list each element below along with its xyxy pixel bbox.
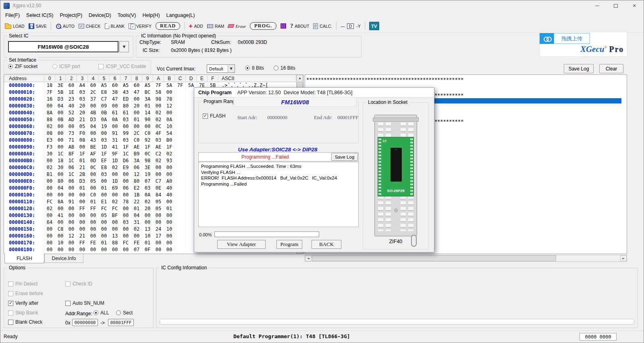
hex-byte[interactable]: 00 bbox=[164, 240, 175, 246]
skip-blank-checkbox[interactable]: Skip Blank bbox=[8, 310, 38, 316]
hex-byte[interactable]: FC bbox=[120, 240, 131, 246]
hex-byte[interactable]: 06 bbox=[131, 164, 142, 171]
hex-byte[interactable]: 19 bbox=[99, 123, 110, 130]
hex-byte[interactable]: 22 bbox=[131, 198, 142, 205]
hex-byte[interactable]: 4B bbox=[88, 110, 99, 116]
menu-help[interactable]: Help(H) bbox=[139, 12, 163, 19]
ic-dropdown-button[interactable]: ▼ bbox=[119, 41, 129, 52]
hex-byte[interactable]: 1F bbox=[99, 151, 110, 157]
hex-byte[interactable]: 1F bbox=[142, 144, 153, 151]
hex-byte[interactable]: 1D bbox=[99, 144, 110, 151]
hex-byte[interactable]: 0C bbox=[88, 164, 99, 171]
hex-byte[interactable]: 00 bbox=[44, 226, 55, 233]
icsp-port-radio[interactable]: ICSP port bbox=[52, 64, 80, 69]
hex-byte[interactable]: 00 bbox=[77, 219, 88, 226]
hex-byte[interactable]: 00 bbox=[44, 185, 55, 192]
hex-byte[interactable]: B0 bbox=[164, 137, 175, 144]
hex-byte[interactable]: 00 bbox=[88, 130, 99, 137]
hex-byte[interactable]: 1C bbox=[55, 151, 66, 157]
hex-byte[interactable]: 41 bbox=[55, 212, 66, 219]
check-button[interactable]: CHECK bbox=[77, 23, 103, 30]
hex-byte[interactable]: A0 bbox=[164, 178, 175, 185]
hex-byte[interactable]: 00 bbox=[44, 246, 55, 253]
hex-byte[interactable]: 00 bbox=[99, 219, 110, 226]
blank-check-checkbox[interactable]: Blank Check bbox=[8, 319, 42, 325]
hex-byte[interactable]: C7 bbox=[99, 96, 110, 103]
hex-byte[interactable]: 1F bbox=[164, 144, 175, 151]
hex-byte[interactable]: 00 bbox=[88, 219, 99, 226]
hex-byte[interactable]: 98 bbox=[142, 157, 153, 164]
calc-button[interactable]: CALC. bbox=[311, 22, 334, 30]
check-id-checkbox[interactable]: Check ID bbox=[65, 281, 92, 287]
hex-byte[interactable] bbox=[175, 212, 186, 219]
hex-byte[interactable]: 00 bbox=[120, 226, 131, 233]
hex-byte[interactable]: 98 bbox=[153, 96, 164, 103]
addr-range-sect-radio[interactable]: Sect bbox=[116, 310, 133, 316]
hex-byte[interactable]: 60 bbox=[131, 82, 142, 89]
hex-byte[interactable]: 00 bbox=[55, 233, 66, 240]
menu-select-ic[interactable]: Select IC(S) bbox=[23, 12, 56, 19]
hex-byte[interactable]: 03 bbox=[120, 116, 131, 123]
hex-byte[interactable]: 00 bbox=[55, 205, 66, 212]
hex-byte[interactable]: 2C bbox=[131, 130, 142, 137]
hex-byte[interactable]: B1 bbox=[44, 171, 55, 178]
hex-byte[interactable]: A4 bbox=[77, 82, 88, 89]
hex-byte[interactable] bbox=[175, 137, 186, 144]
hex-byte[interactable]: 88 bbox=[44, 116, 55, 123]
hex-byte[interactable]: 01 bbox=[131, 116, 142, 123]
hex-byte[interactable]: 21 bbox=[77, 233, 88, 240]
hex-byte[interactable]: 0F bbox=[142, 246, 153, 253]
hex-byte[interactable]: AD bbox=[66, 116, 77, 123]
hex-byte[interactable]: AF bbox=[88, 151, 99, 157]
hex-byte[interactable]: 0A bbox=[164, 116, 175, 123]
hex-byte[interactable]: F0 bbox=[77, 130, 88, 137]
hex-byte[interactable]: 54 bbox=[164, 130, 175, 137]
hex-byte[interactable]: 1F bbox=[77, 151, 88, 157]
hex-byte[interactable]: 60 bbox=[66, 82, 77, 89]
hex-byte[interactable]: 01 bbox=[99, 240, 110, 246]
hex-byte[interactable]: 00 bbox=[55, 144, 66, 151]
hex-byte[interactable]: 00 bbox=[164, 233, 175, 240]
hex-byte[interactable]: 02 bbox=[131, 226, 142, 233]
scroll-thumb[interactable] bbox=[312, 255, 556, 261]
hex-byte[interactable]: 00 bbox=[131, 110, 142, 116]
pin-detect-checkbox[interactable]: Pin Detect bbox=[8, 281, 37, 287]
hex-byte[interactable]: 00 bbox=[88, 212, 99, 219]
scroll-up-arrow[interactable]: ▲ bbox=[297, 75, 303, 81]
hex-byte[interactable]: 92 bbox=[142, 137, 153, 144]
hex-byte[interactable]: FF bbox=[77, 240, 88, 246]
menu-tools[interactable]: Tools(V) bbox=[114, 12, 139, 19]
hex-byte[interactable] bbox=[175, 89, 186, 96]
hex-byte[interactable]: 00 bbox=[55, 137, 66, 144]
hex-byte[interactable]: 02 bbox=[110, 198, 120, 205]
hex-byte[interactable]: FF bbox=[88, 205, 99, 212]
hex-byte[interactable]: 8A bbox=[55, 198, 66, 205]
hex-byte[interactable]: 40 bbox=[164, 185, 175, 192]
hex-byte[interactable]: 00 bbox=[44, 157, 55, 164]
hex-byte[interactable]: 7F bbox=[44, 89, 55, 96]
hex-byte[interactable]: 00 bbox=[77, 212, 88, 219]
hex-byte[interactable]: 00 bbox=[164, 110, 175, 116]
hex-byte[interactable]: 5B bbox=[55, 89, 66, 96]
hex-byte[interactable] bbox=[175, 171, 186, 178]
hex-byte[interactable]: A5 bbox=[142, 82, 153, 89]
hex-byte[interactable]: 90 bbox=[142, 116, 153, 123]
hex-byte[interactable]: 04 bbox=[55, 185, 66, 192]
hex-byte[interactable]: 00 bbox=[44, 178, 55, 185]
hex-byte[interactable]: 30 bbox=[55, 164, 66, 171]
hex-byte[interactable]: 00 bbox=[77, 144, 88, 151]
hex-byte[interactable]: 0A bbox=[110, 116, 120, 123]
hex-byte[interactable]: 00 bbox=[66, 212, 77, 219]
close-button[interactable]: × bbox=[625, 0, 644, 11]
hex-byte[interactable]: 1C bbox=[120, 151, 131, 157]
hex-byte[interactable]: 10 bbox=[164, 226, 175, 233]
range-to-input[interactable] bbox=[108, 319, 134, 326]
hex-byte[interactable]: 41 bbox=[110, 144, 120, 151]
hex-byte[interactable]: D3 bbox=[88, 116, 99, 123]
hex-byte[interactable]: 21 bbox=[77, 116, 88, 123]
log-horizontal-scrollbar[interactable]: ◄ ► bbox=[305, 255, 627, 262]
hex-byte[interactable]: 0B bbox=[55, 116, 66, 123]
hex-byte[interactable]: 7F bbox=[153, 82, 164, 89]
hex-byte[interactable]: 84 bbox=[153, 192, 164, 198]
hex-byte[interactable]: 4F bbox=[153, 130, 164, 137]
